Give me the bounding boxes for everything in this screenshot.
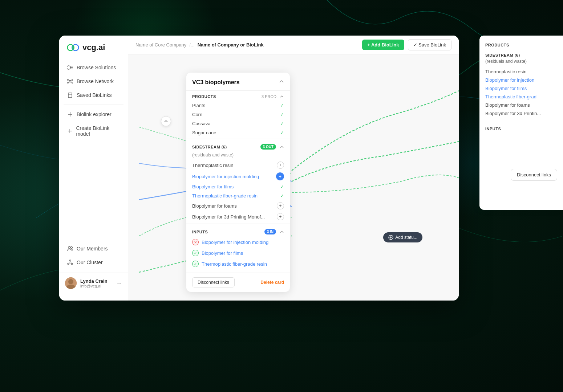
product-name-sugarcane: Sugar cane [192,130,280,135]
sidebar-item-browse-network-label: Browse Network [77,78,114,84]
bookmark-icon [67,92,73,98]
sidestream-item-films: Biopolymer for films ✓ [186,182,290,191]
logo-area: vcg.ai [59,43,128,61]
add-biolink-button[interactable]: + Add BioLink [362,40,404,50]
right-panel-item-foams: Biopolymer for foams [485,101,557,109]
svg-point-7 [69,81,71,82]
chevron-up-icon [279,79,284,84]
check-icon-sugarcane: ✓ [280,130,284,135]
sidestream-name-fiber-grade[interactable]: Thermoplastic fiber-grade resin [192,193,280,199]
sidebar-item-biolink-explorer[interactable]: Biolink explorer [64,108,123,121]
sidebar-item-saved-biolinks-label: Saved BioLinks [77,92,112,98]
svg-point-22 [71,247,73,249]
sidebar-item-our-cluster[interactable]: Our Cluster [64,256,123,269]
breadcrumb-current: Name of Company or BioLink [198,42,264,48]
input-item-films: ✓ Biopolymer for films [186,248,290,258]
svg-line-12 [69,80,70,81]
right-panel-divider [485,122,557,122]
sidestream-name-thermoplastic-resin: Thermoplastic resin [192,163,277,168]
svg-line-27 [70,261,72,263]
plus-circle-icon [388,235,393,240]
product-name-corn: Corn [192,112,280,117]
sidebar-item-browse-solutions[interactable]: Browse Solutions [64,61,123,74]
right-panel-item-thermoplastic-resin: Thermoplastic resin [485,68,557,76]
products-count: 3 PROD. [262,94,278,99]
sidebar-item-create-biolink[interactable]: Create BioLink model [64,122,123,140]
svg-point-8 [68,79,69,81]
canvas-area: VC3 biopolymers PRODUCTS 3 PROD. [128,54,459,301]
remove-injection-icon[interactable]: ✕ [192,239,199,245]
check-icon-fiber-grade: ✓ [280,193,284,199]
section-divider-1 [186,139,290,139]
sidestream-name-foams: Biopolymer for foams [192,203,277,209]
sidestream-item-thermoplastic-resin: Thermoplastic resin + [186,160,290,171]
input-name-injection[interactable]: Biopolymer for injection molding [202,240,268,245]
products-label: PRODUCTS [192,94,216,99]
right-panel-item-3d-printing: Biopolymer for 3d Printin... [485,109,557,118]
chevron-up-inputs-icon [280,230,284,234]
card-title: VC3 biopolymers [192,79,240,86]
sidebar-item-saved-biolinks[interactable]: Saved BioLinks [64,89,123,102]
sidestream-section-header: SIDESTREAM (6) 3 OUT [186,140,290,152]
user-name: Lynda Crain [80,278,113,284]
user-email: info@vcg.ai [80,284,113,288]
members-icon [67,246,73,252]
add-thermoplastic-resin-button[interactable]: + [277,162,284,169]
products-section-header: PRODUCTS 3 PROD. [186,91,290,101]
right-panel-item-injection[interactable]: Biopolymer for injection [485,76,557,84]
product-item-cassava: Cassava ✓ [186,119,290,128]
create-icon [67,128,72,134]
product-item-sugarcane: Sugar cane ✓ [186,128,290,137]
check-icon-plants: ✓ [280,103,284,108]
inputs-section-header: INPUTS 3 IN [186,225,290,237]
right-panel-item-fiber-grad[interactable]: Thermoplastic fiber-grad [485,93,557,101]
sidebar-item-our-members-label: Our Members [77,246,108,252]
add-3d-printing-button[interactable]: + [277,213,284,220]
save-biolink-button[interactable]: ✓ Save BioLink [408,39,452,50]
sidestream-name-films[interactable]: Biopolymer for films [192,184,280,189]
add-foams-button[interactable]: + [277,202,284,209]
card-footer: Disconnect links Delete card [186,273,290,292]
svg-point-9 [72,79,73,81]
add-status-button[interactable]: Add statu... [383,232,422,242]
card-panel: VC3 biopolymers PRODUCTS 3 PROD. [186,73,290,292]
nav-section: Browse Solutions Browse Network [59,61,128,242]
user-info: Lynda Crain info@vcg.ai → [65,277,122,289]
sidebar-item-our-members[interactable]: Our Members [64,242,123,255]
app-window: vcg.ai Browse Solutions [59,36,459,301]
chevron-up-products-icon [280,94,284,99]
chevron-up-icon [164,119,168,123]
breadcrumb-base: Name of Core Company [135,42,186,48]
nav-divider [64,105,123,105]
collapse-left-button[interactable] [161,116,171,126]
svg-point-25 [71,263,73,265]
logout-icon[interactable]: → [116,280,122,286]
input-name-films[interactable]: Biopolymer for films [202,250,243,256]
delete-card-button[interactable]: Delete card [260,280,284,285]
sidestream-name-injection[interactable]: Biopolymer for injection molding [192,174,276,179]
svg-line-14 [69,82,70,83]
main-content: Name of Core Company /... Name of Compan… [128,36,459,301]
collapse-card-button[interactable] [279,78,284,86]
cluster-icon [67,260,73,265]
right-side-panel: PRODUCTS SIDESTREAM (6) (residuals and w… [479,36,563,210]
chevron-up-sidestream-icon [280,145,284,149]
input-item-fiber-grade: ✓ Thermoplastic fiber-grade resin [186,258,290,269]
inputs-badge: 3 IN [264,229,276,234]
sidebar-bottom: Lynda Crain info@vcg.ai → [59,273,128,293]
breadcrumb-sep: /... [189,42,194,48]
svg-point-2 [72,45,75,50]
products-actions: 3 PROD. [262,94,284,99]
right-panel-disconnect-button[interactable]: Disconnect links [511,169,557,181]
check-icon-cassava: ✓ [280,121,284,126]
linked-injection-button[interactable]: + [276,172,284,180]
sidebar-item-browse-network[interactable]: Browse Network [64,75,123,88]
product-item-plants: Plants ✓ [186,101,290,110]
right-panel-item-films[interactable]: Biopolymer for films [485,84,557,93]
svg-point-24 [68,263,69,265]
input-name-fiber-grade[interactable]: Thermoplastic fiber-grade resin [202,261,267,267]
section-divider-2 [186,224,290,224]
logo-text: vcg.ai [82,43,105,52]
disconnect-links-button[interactable]: Disconnect links [192,277,235,287]
card-header: VC3 biopolymers [186,73,290,91]
